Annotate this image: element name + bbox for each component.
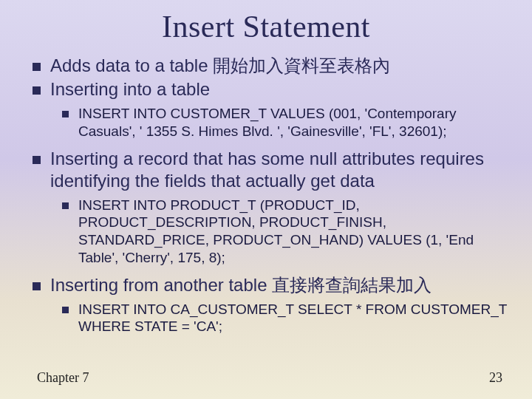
- slide: Insert Statement Adds data to a table 開始…: [0, 0, 532, 399]
- slide-title: Insert Statement: [0, 9, 532, 44]
- bullet-inserting-from-table: Inserting from another table 直接將查詢結果加入: [33, 274, 508, 296]
- bullet-inserting-table: Inserting into a table: [33, 78, 508, 100]
- bullet-null-attributes: Inserting a record that has some null at…: [33, 148, 508, 192]
- bullet-insert-product-sql: INSERT INTO PRODUCT_T (PRODUCT_ID, PRODU…: [62, 197, 508, 267]
- footer-chapter: Chapter 7: [37, 370, 89, 386]
- bullet-adds-data: Adds data to a table 開始加入資料至表格內: [33, 55, 508, 77]
- bullet-insert-customer-sql: INSERT INTO CUSTOMER_T VALUES (001, 'Con…: [62, 105, 508, 140]
- slide-content: Adds data to a table 開始加入資料至表格內 Insertin…: [0, 55, 532, 335]
- bullet-insert-ca-customer-sql: INSERT INTO CA_CUSTOMER_T SELECT * FROM …: [62, 301, 508, 336]
- footer-page-number: 23: [489, 370, 502, 386]
